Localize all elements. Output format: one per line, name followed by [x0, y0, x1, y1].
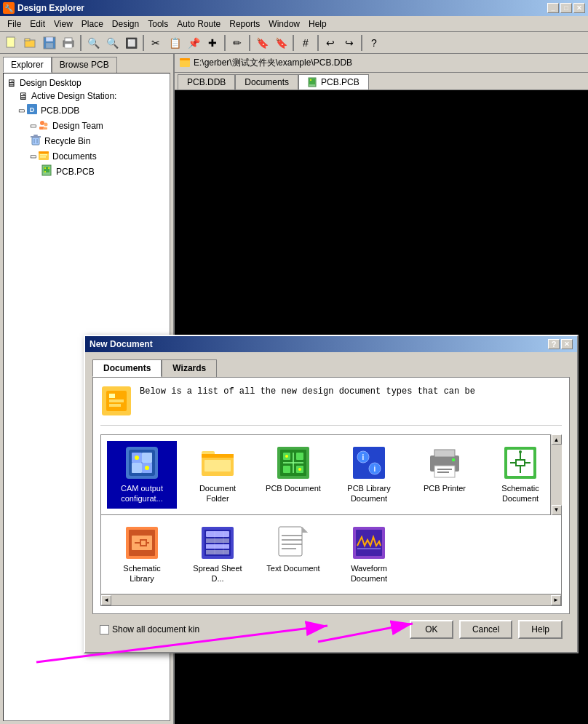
new-document-dialog: New Document ? ✕ Documents Wizards [84, 335, 579, 653]
svg-point-49 [145, 466, 149, 470]
toolbar-save[interactable] [41, 34, 58, 52]
dialog-body: Documents Wizards [85, 352, 577, 652]
dialog-title-controls: ? ✕ [548, 339, 573, 349]
info-text-content: Below is a list of all the new design do… [140, 386, 475, 397]
menu-edit[interactable]: Edit [25, 17, 49, 31]
recycle-icon [30, 134, 41, 148]
tab-pcb-pcb[interactable]: PCB.PCB [298, 74, 369, 89]
menu-design[interactable]: Design [108, 17, 143, 31]
doc-item-schlib[interactable]: Schematic Library [107, 521, 177, 589]
toolbar-help[interactable]: ? [365, 34, 383, 52]
minimize-button[interactable]: _ [547, 3, 559, 13]
help-button[interactable]: Help [518, 620, 563, 639]
svg-point-12 [40, 121, 44, 125]
info-text: Below is a list of all the new design do… [140, 385, 475, 399]
tab-documents[interactable]: Documents [235, 74, 298, 89]
menu-window[interactable]: Window [264, 17, 304, 31]
title-bar: 🔧 Design Explorer _ □ ✕ [0, 0, 588, 16]
svg-point-48 [135, 456, 139, 460]
doc-item-wave[interactable]: Waveform Document [334, 521, 404, 589]
horizontal-scrollbar[interactable]: ◄ ► [100, 594, 562, 606]
tree-design-team[interactable]: ▭ Design Team [30, 118, 167, 133]
doc-item-text[interactable]: Text Document [258, 521, 328, 589]
menu-help[interactable]: Help [304, 17, 331, 31]
tree-label-team: Design Team [52, 121, 103, 131]
toolbar-undo[interactable]: ↩ [322, 34, 339, 52]
menu-file[interactable]: File [3, 17, 25, 31]
svg-rect-72 [437, 469, 452, 470]
doc-item-pcblib[interactable]: i i PCB Library Document [334, 441, 404, 509]
doc-item-cam[interactable]: CAM output configurat... [107, 441, 177, 509]
doc-item-pcb[interactable]: PCB Document [258, 441, 328, 509]
toolbar-open[interactable] [22, 34, 39, 52]
menu-bar: File Edit View Place Design Tools Auto R… [0, 16, 588, 32]
checkbox-area: Show all document kin [100, 624, 404, 635]
scroll-down[interactable]: ▼ [552, 505, 562, 515]
doc-item-sch[interactable]: Schematic Document [485, 441, 555, 509]
toolbar-cross[interactable]: ✚ [204, 34, 221, 52]
grid-scrollbar[interactable]: ▲ ▼ [550, 434, 562, 515]
toolbar-zoom-out[interactable]: 🔍 [103, 34, 121, 52]
svg-point-34 [310, 79, 311, 81]
tree-pcb-pcb[interactable]: PCB.PCB [41, 164, 167, 179]
doc-item-folder[interactable]: Document Folder [183, 441, 253, 509]
menu-reports[interactable]: Reports [225, 17, 264, 31]
svg-rect-15 [43, 127, 47, 130]
cancel-button[interactable]: Cancel [459, 620, 512, 639]
toolbar-print[interactable] [60, 34, 77, 52]
menu-autoroute[interactable]: Auto Route [172, 17, 225, 31]
show-all-checkbox[interactable] [100, 625, 109, 635]
tree-label-desktop: Design Desktop [20, 78, 82, 88]
dialog-title-text: New Document [90, 339, 153, 349]
toolbar-new[interactable] [3, 34, 20, 52]
toolbar-zoom-in[interactable]: 🔍 [84, 34, 102, 52]
schlib-label: Schematic Library [111, 563, 172, 584]
menu-view[interactable]: View [49, 17, 77, 31]
info-icon [100, 385, 132, 419]
toolbar-zoom-fit[interactable]: 🔲 [122, 34, 140, 52]
toolbar-bookmark2[interactable]: 🔖 [272, 34, 290, 52]
toolbar-edit1[interactable]: ✏ [229, 34, 246, 52]
toolbar-sep1 [80, 35, 82, 51]
ok-button[interactable]: OK [410, 620, 453, 639]
maximize-button[interactable]: □ [560, 3, 572, 13]
tab-explorer[interactable]: Explorer [3, 57, 52, 73]
scroll-up[interactable]: ▲ [552, 434, 562, 445]
tree-documents[interactable]: ▭ Documents [30, 148, 167, 164]
close-button[interactable]: ✕ [573, 3, 585, 13]
tab-pcb-ddb[interactable]: PCB.DDB [178, 74, 235, 89]
toolbar-redo[interactable]: ↪ [341, 34, 358, 52]
dialog-help-btn[interactable]: ? [548, 339, 560, 349]
svg-rect-58 [283, 466, 290, 473]
toolbar-bookmark1[interactable]: 🔖 [253, 34, 271, 52]
title-bar-controls: _ □ ✕ [547, 3, 585, 13]
doc-item-printer[interactable]: PCB Printer [410, 441, 480, 509]
text-doc-icon [276, 525, 311, 560]
menu-tools[interactable]: Tools [143, 17, 172, 31]
svg-point-29 [44, 171, 46, 172]
scroll-right[interactable]: ► [551, 595, 561, 605]
svg-rect-73 [437, 472, 449, 473]
toolbar-copy[interactable]: 📋 [166, 34, 183, 52]
toolbar-grid[interactable]: # [297, 34, 314, 52]
dialog-tab-wizards[interactable]: Wizards [162, 359, 217, 377]
menu-place[interactable]: Place [77, 17, 108, 31]
dialog-tabs: Documents Wizards [92, 359, 570, 377]
expand-icon2: ▭ [30, 122, 36, 130]
path-icon [179, 56, 191, 70]
scroll-left[interactable]: ◄ [101, 595, 111, 605]
svg-rect-91 [206, 531, 229, 537]
svg-rect-23 [40, 154, 47, 156]
dialog-close-btn[interactable]: ✕ [561, 339, 573, 349]
expand-icon: ▭ [18, 106, 25, 114]
tree-pcb-ddb[interactable]: ▭ D PCB.DDB [18, 103, 167, 118]
toolbar-cut[interactable]: ✂ [147, 34, 164, 52]
tree-active-station[interactable]: 🖥 Active Design Station: [18, 89, 167, 103]
toolbar-paste[interactable]: 📌 [185, 34, 202, 52]
tree-design-desktop[interactable]: 🖥 Design Desktop [7, 76, 167, 89]
doc-item-spread[interactable]: Spread Sheet D... [183, 521, 253, 589]
tab-browse-pcb[interactable]: Browse PCB [52, 57, 117, 73]
tree-label-ddb: PCB.DDB [41, 106, 79, 116]
tree-recycle-bin[interactable]: Recycle Bin [30, 133, 167, 148]
dialog-tab-documents[interactable]: Documents [92, 359, 162, 377]
